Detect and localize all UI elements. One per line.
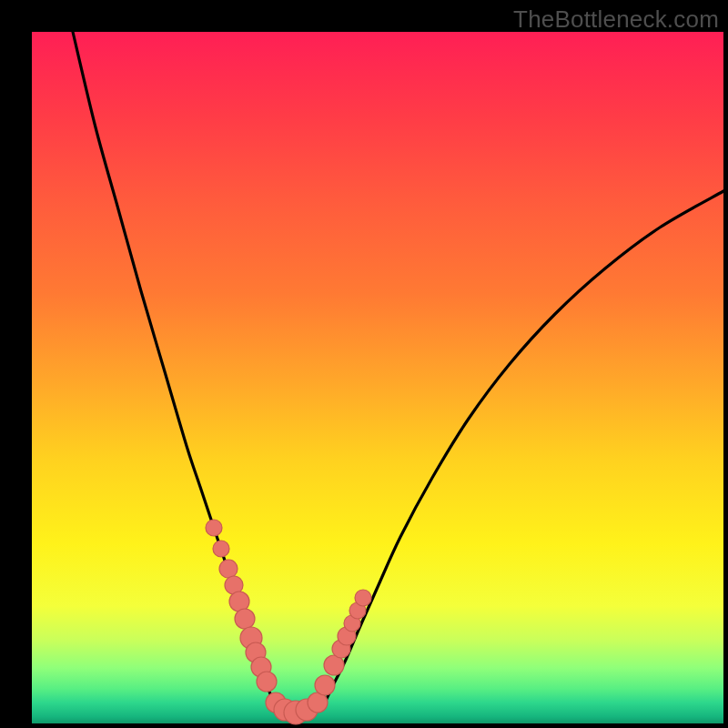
curve-svg [32,32,723,723]
marker-point [257,672,277,692]
marker-points [206,520,371,724]
marker-point [355,590,371,606]
chart-frame: TheBottleneck.com [0,0,728,728]
marker-point [235,609,255,629]
bottleneck-curve [73,32,723,713]
watermark-text: TheBottleneck.com [513,5,719,34]
marker-point [213,541,229,557]
marker-point [206,520,222,536]
marker-point [219,560,238,578]
plot-area [32,32,723,723]
marker-point [315,675,335,695]
